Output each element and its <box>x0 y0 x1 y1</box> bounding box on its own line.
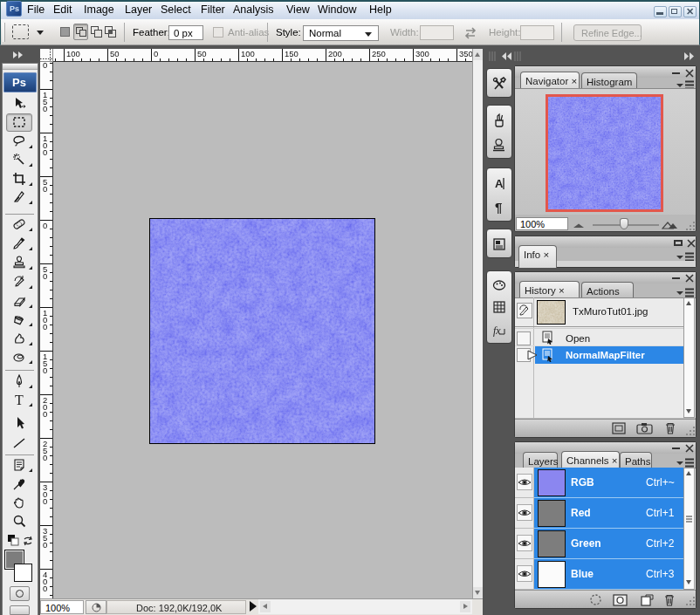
svg-text:0: 0 <box>43 271 47 281</box>
svg-text:0: 0 <box>43 322 47 331</box>
svg-text:150: 150 <box>285 49 299 58</box>
svg-text:0: 0 <box>43 366 47 375</box>
svg-text:0: 0 <box>154 49 158 58</box>
svg-text:100: 100 <box>66 49 80 58</box>
svg-text:0: 0 <box>43 584 47 593</box>
svg-text:50: 50 <box>110 49 120 58</box>
svg-text:0: 0 <box>43 184 47 194</box>
svg-text:0: 0 <box>43 62 47 70</box>
svg-text:0: 0 <box>43 540 47 550</box>
svg-text:250: 250 <box>372 49 386 58</box>
svg-text:300: 300 <box>415 49 429 58</box>
svg-text:0: 0 <box>43 496 47 506</box>
svg-text:0: 0 <box>43 409 47 419</box>
svg-text:A: A <box>495 177 504 190</box>
svg-text:¶: ¶ <box>495 200 502 215</box>
svg-text:350: 350 <box>459 49 472 58</box>
svg-text:0: 0 <box>43 147 47 157</box>
svg-text:0: 0 <box>43 221 47 230</box>
svg-text:200: 200 <box>328 49 342 58</box>
svg-text:fx: fx <box>493 325 501 337</box>
svg-text:50: 50 <box>197 49 207 58</box>
svg-text:100: 100 <box>241 49 255 58</box>
svg-text:0: 0 <box>43 453 47 462</box>
svg-text:0: 0 <box>43 104 47 113</box>
